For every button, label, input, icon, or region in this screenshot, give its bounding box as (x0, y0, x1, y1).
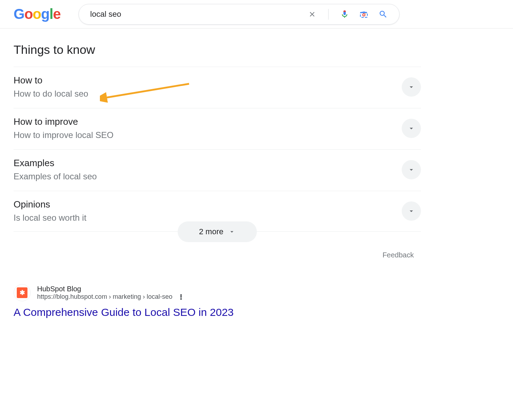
chevron-down-icon (228, 228, 235, 235)
image-search-icon[interactable] (359, 10, 369, 19)
ttk-sub: Examples of local seo (14, 171, 97, 181)
things-to-know-heading: Things to know (14, 43, 421, 57)
chevron-down-icon (407, 207, 415, 215)
ttk-title: How to (14, 75, 88, 86)
result-favicon: ✱ (14, 284, 31, 301)
result-options-icon[interactable] (177, 293, 184, 301)
search-icon[interactable] (379, 10, 388, 19)
divider (328, 9, 329, 20)
result-url: https://blog.hubspot.com › marketing › l… (37, 293, 172, 301)
show-more-button[interactable]: 2 more (178, 221, 257, 242)
search-input[interactable] (90, 10, 308, 19)
chevron-down-icon (407, 166, 415, 174)
more-label: 2 more (199, 227, 223, 236)
hubspot-icon: ✱ (17, 287, 27, 298)
chevron-down-icon (407, 83, 415, 91)
expand-button[interactable] (402, 160, 421, 179)
main-content: Things to know How to How to do local se… (0, 29, 421, 318)
expand-button[interactable] (402, 77, 421, 97)
search-bar[interactable] (78, 4, 400, 25)
ttk-title: Examples (14, 158, 97, 169)
ttk-title: How to improve (14, 116, 113, 127)
ttk-sub: How to do local seo (14, 89, 88, 99)
voice-search-icon[interactable] (340, 10, 349, 19)
result-title-link[interactable]: A Comprehensive Guide to Local SEO in 20… (14, 306, 421, 318)
ttk-item-examples[interactable]: Examples Examples of local seo (14, 149, 421, 191)
more-row: 2 more (14, 231, 421, 252)
clear-icon[interactable] (308, 10, 317, 19)
google-logo[interactable]: Google (14, 6, 61, 22)
search-result: ✱ HubSpot Blog https://blog.hubspot.com … (14, 284, 421, 318)
result-site-name: HubSpot Blog (37, 285, 184, 293)
ttk-sub: Is local seo worth it (14, 213, 86, 223)
ttk-item-how-to-improve[interactable]: How to improve How to improve local SEO (14, 108, 421, 149)
ttk-item-how-to[interactable]: How to How to do local seo (14, 67, 421, 108)
ttk-title: Opinions (14, 199, 86, 210)
ttk-sub: How to improve local SEO (14, 130, 113, 140)
svg-point-2 (365, 13, 366, 14)
search-header: Google (0, 0, 513, 29)
chevron-down-icon (407, 124, 415, 132)
expand-button[interactable] (402, 119, 421, 138)
expand-button[interactable] (402, 201, 421, 221)
